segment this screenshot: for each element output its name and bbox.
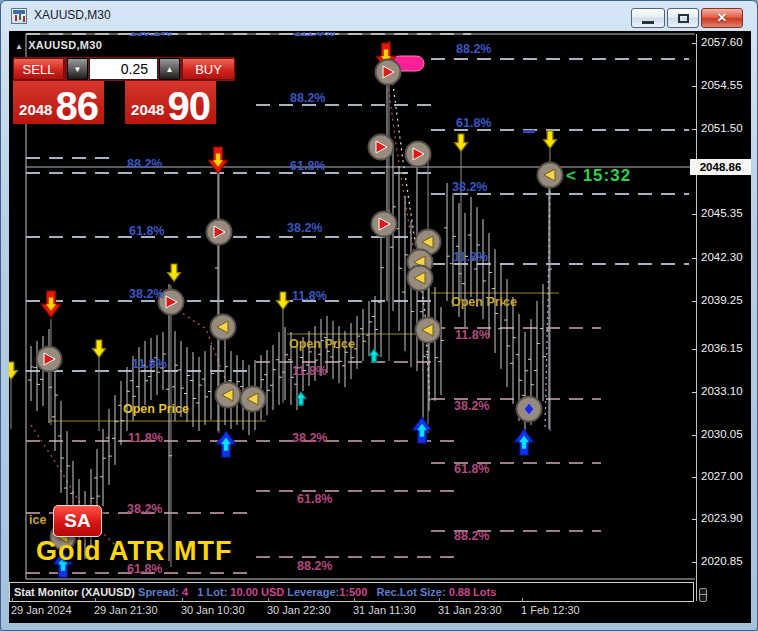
- price-tick-mark: [692, 562, 696, 563]
- price-tick-label: 2042.30: [701, 251, 751, 263]
- time-tick-label: 30 Jan 10:30: [181, 604, 245, 616]
- chart-symbol-label: XAUUSD,M30: [28, 39, 102, 51]
- axis-grip-icon[interactable]: [699, 588, 707, 602]
- buy-price-big: 90: [167, 90, 210, 123]
- price-tick-label: 2036.15: [701, 342, 751, 354]
- chart-window-icon: [11, 8, 27, 24]
- price-axis-line: [696, 34, 697, 601]
- price-tick-label: 2045.35: [701, 207, 751, 219]
- price-tick-mark: [692, 392, 696, 393]
- time-tick-label: 29 Jan 2024: [11, 604, 72, 616]
- fib-percent-label: 11.8%: [292, 364, 327, 378]
- buy-button[interactable]: BUY: [182, 58, 235, 80]
- price-tick-label: 2030.05: [701, 428, 751, 440]
- buy-price-display: 204890: [125, 81, 216, 124]
- lot-increase-button[interactable]: ▲: [159, 58, 180, 80]
- fib-percent-label: 61.8%: [454, 462, 489, 476]
- down-arrow-icon: [277, 292, 290, 309]
- price-tick-mark: [692, 86, 696, 87]
- fib-percent-label: 11.8%: [453, 250, 488, 264]
- status-segment: Rec.Lot Size:: [367, 586, 448, 598]
- down-arrow-icon: [168, 264, 181, 281]
- fib-percent-label: 61.8%: [456, 116, 491, 130]
- fib-percent-label: 61.8%: [297, 492, 332, 506]
- minimize-icon: [642, 21, 654, 24]
- fib-percent-label: 61.8%: [129, 224, 164, 238]
- price-tick-mark: [692, 129, 696, 130]
- window-title: XAUUSD,M30: [34, 1, 111, 30]
- price-tick-label: 2027.00: [701, 470, 751, 482]
- fib-percent-label: 88.2%: [456, 42, 491, 56]
- status-segment: 1 Lot:: [188, 586, 230, 598]
- time-tick-mark: [354, 598, 355, 602]
- open-price-label: Open Price: [289, 337, 355, 351]
- chart-symbol-header[interactable]: ▲XAUUSD,M30: [15, 39, 102, 51]
- time-tick-label: 30 Jan 22:30: [267, 604, 331, 616]
- price-tick-label: 2054.55: [701, 79, 751, 91]
- fib-percent-label: 111.0%: [294, 32, 335, 39]
- up-arrow-icon: [369, 349, 379, 362]
- minimize-button[interactable]: [631, 8, 665, 28]
- time-tick-mark: [95, 598, 96, 602]
- indicator-watermark: Gold ATR MTF: [36, 536, 232, 567]
- fib-percent-label: 150.2%: [129, 32, 171, 39]
- up-arrow-icon: [296, 392, 306, 405]
- maximize-button[interactable]: [667, 8, 699, 28]
- status-segment: 0.88 Lots: [449, 586, 497, 598]
- down-arrow-icon: [93, 340, 106, 357]
- open-price-label-clipped: ice: [29, 513, 46, 527]
- lot-decrease-button[interactable]: ▼: [67, 58, 88, 80]
- sa-signal-badge[interactable]: SA: [53, 505, 102, 537]
- chart-area: 150.2%111.0%88.2%88.2%88.2%61.8%61.8%61.…: [9, 31, 751, 623]
- fib-percent-label: 38.2%: [287, 221, 322, 235]
- fib-percent-label: 88.2%: [290, 91, 325, 105]
- fib-percent-label: 11.8%: [128, 431, 163, 445]
- fib-percent-label: 88.2%: [127, 157, 162, 171]
- trailing-stop-line: [387, 77, 419, 275]
- down-arrow-icon: [9, 362, 17, 379]
- price-tick-label: 2033.10: [701, 385, 751, 397]
- price-tick-mark: [692, 349, 696, 350]
- price-tick-label: 2023.90: [701, 512, 751, 524]
- time-tick-label: 31 Jan 11:30: [353, 604, 416, 616]
- time-tick-mark: [268, 598, 269, 602]
- price-chart-canvas[interactable]: 150.2%111.0%88.2%88.2%88.2%61.8%61.8%61.…: [9, 32, 696, 581]
- titlebar[interactable]: XAUUSD,M30 ×: [1, 1, 757, 31]
- price-tick-label: 2039.25: [701, 294, 751, 306]
- open-price-label: Open Price: [451, 295, 517, 309]
- sell-price-big: 86: [55, 90, 98, 123]
- time-tick-mark: [439, 598, 440, 602]
- sell-button[interactable]: SELL: [13, 58, 64, 80]
- level-mark: [523, 130, 535, 133]
- buy-price-small: 2048: [131, 101, 164, 118]
- open-price-label: Open Price: [123, 402, 189, 416]
- price-tick-mark: [692, 43, 696, 44]
- fib-percent-label: 38.2%: [452, 180, 487, 194]
- time-tick-mark: [182, 598, 183, 602]
- price-tick-mark: [692, 435, 696, 436]
- sell-price-display: 204886: [13, 81, 104, 124]
- price-tick-label: 2020.85: [701, 555, 751, 567]
- status-segment: Stat Monitor (XAUUSD): [14, 586, 138, 598]
- fib-percent-label: 38.2%: [127, 502, 162, 516]
- down-arrow-icon: [455, 134, 468, 151]
- status-segment: 10.00 USD: [230, 586, 287, 598]
- price-tick-mark: [692, 301, 696, 302]
- time-tick-label: 29 Jan 21:30: [94, 604, 158, 616]
- fib-percent-label: 38.2%: [292, 431, 327, 445]
- status-segment: Leverage:: [287, 586, 339, 598]
- lot-size-input[interactable]: [89, 58, 158, 80]
- status-segment: 1:500: [339, 586, 367, 598]
- close-icon: ×: [717, 10, 726, 26]
- price-tick-mark: [692, 258, 696, 259]
- collapse-icon[interactable]: ▲: [15, 42, 23, 51]
- price-tick-mark: [692, 519, 696, 520]
- fib-percent-label: 11.8%: [455, 328, 490, 342]
- down-arrow-icon: [544, 131, 557, 148]
- app-window: XAUUSD,M30 × 150.2%111.0%88.2%88.2%88.2%…: [0, 0, 758, 631]
- time-tick-mark: [12, 598, 13, 602]
- fib-percent-label: 38.2%: [129, 287, 164, 301]
- sell-price-small: 2048: [19, 101, 52, 118]
- close-button[interactable]: ×: [701, 8, 743, 28]
- price-tick-label: 2051.50: [701, 122, 751, 134]
